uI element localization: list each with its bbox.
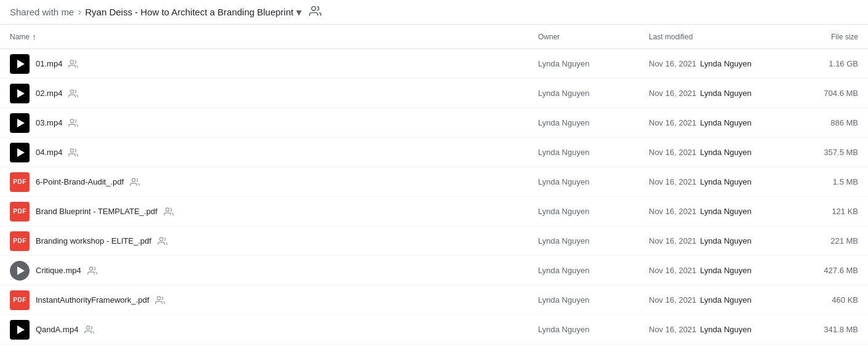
table-row[interactable]: PDF Brand Blueprint - TEMPLATE_.pdf Lynd…: [0, 197, 868, 226]
shared-icon: [164, 207, 174, 217]
modified-date: Nov 16, 2021: [649, 118, 696, 127]
file-size: 221 MB: [797, 236, 858, 245]
modified-date: Nov 16, 2021: [649, 89, 696, 98]
file-name-cell: PDF 6-Point-Brand-Audit_.pdf: [10, 172, 538, 192]
video-file-icon: [10, 54, 30, 74]
modified-date: Nov 16, 2021: [649, 59, 696, 68]
pdf-file-icon: PDF: [10, 172, 30, 192]
table-row[interactable]: QandA.mp4 Lynda Nguyen Nov 16, 2021 Lynd…: [0, 315, 868, 345]
shared-icon: [68, 89, 78, 98]
shared-icon: [68, 118, 78, 128]
file-owner: Lynda Nguyen: [538, 325, 649, 334]
file-modified: Nov 16, 2021 Lynda Nguyen: [649, 266, 797, 275]
modified-date: Nov 16, 2021: [649, 177, 696, 186]
file-owner: Lynda Nguyen: [538, 89, 649, 98]
breadcrumb-current: Ryan Deiss - How to Architect a Branding…: [85, 6, 302, 19]
file-size: 886 MB: [797, 118, 858, 127]
file-name: 01.mp4: [36, 59, 62, 68]
shared-icon: [155, 295, 165, 305]
file-name: InstantAuthorityFramework_.pdf: [36, 295, 149, 305]
table-header: Name ↑ Owner Last modified File size: [0, 25, 868, 49]
shared-icon: [87, 266, 97, 276]
shared-icon: [68, 148, 78, 158]
modified-date: Nov 16, 2021: [649, 236, 696, 245]
modified-by: Lynda Nguyen: [700, 118, 751, 127]
svg-point-9: [158, 297, 161, 300]
file-size: 1.5 MB: [797, 177, 858, 186]
breadcrumb-current-label[interactable]: Ryan Deiss - How to Architect a Branding…: [85, 7, 294, 17]
modified-date: Nov 16, 2021: [649, 207, 696, 216]
file-owner: Lynda Nguyen: [538, 295, 649, 305]
file-modified: Nov 16, 2021 Lynda Nguyen: [649, 325, 797, 334]
file-owner: Lynda Nguyen: [538, 118, 649, 127]
table-row[interactable]: PDF Branding workshop - ELITE_.pdf Lynda…: [0, 226, 868, 256]
file-name-cell: Critique.mp4: [10, 261, 538, 281]
file-owner: Lynda Nguyen: [538, 266, 649, 275]
pdf-file-icon: PDF: [10, 202, 30, 221]
modified-by: Lynda Nguyen: [700, 89, 751, 98]
shared-icon: [130, 177, 140, 187]
modified-date: Nov 16, 2021: [649, 148, 696, 157]
file-modified: Nov 16, 2021 Lynda Nguyen: [649, 59, 797, 68]
file-modified: Nov 16, 2021 Lynda Nguyen: [649, 236, 797, 245]
modified-date: Nov 16, 2021: [649, 266, 696, 275]
breadcrumb: Shared with me › Ryan Deiss - How to Arc…: [0, 0, 868, 25]
file-name-cell: 01.mp4: [10, 54, 538, 74]
file-owner: Lynda Nguyen: [538, 59, 649, 68]
file-name-cell: PDF InstantAuthorityFramework_.pdf: [10, 290, 538, 310]
table-row[interactable]: 04.mp4 Lynda Nguyen Nov 16, 2021 Lynda N…: [0, 138, 868, 167]
table-row[interactable]: 03.mp4 Lynda Nguyen Nov 16, 2021 Lynda N…: [0, 108, 868, 138]
table-row[interactable]: Critique.mp4 Lynda Nguyen Nov 16, 2021 L…: [0, 256, 868, 285]
chevron-down-icon[interactable]: ▾: [296, 6, 302, 19]
file-size: 1.16 GB: [797, 59, 858, 68]
pdf-file-icon: PDF: [10, 231, 30, 251]
file-name: 6-Point-Brand-Audit_.pdf: [36, 177, 124, 186]
file-modified: Nov 16, 2021 Lynda Nguyen: [649, 207, 797, 216]
column-modified: Last modified: [649, 33, 797, 41]
table-row[interactable]: PDF InstantAuthorityFramework_.pdf Lynda…: [0, 285, 868, 315]
file-owner: Lynda Nguyen: [538, 177, 649, 186]
column-owner: Owner: [538, 33, 649, 41]
file-size: 704.6 MB: [797, 89, 858, 98]
file-name: 04.mp4: [36, 148, 62, 157]
modified-by: Lynda Nguyen: [700, 177, 751, 186]
table-row[interactable]: 02.mp4 Lynda Nguyen Nov 16, 2021 Lynda N…: [0, 79, 868, 108]
file-modified: Nov 16, 2021 Lynda Nguyen: [649, 118, 797, 127]
svg-point-3: [71, 119, 74, 122]
video-file-icon: [10, 261, 30, 281]
file-name-cell: 03.mp4: [10, 113, 538, 133]
video-file-icon: [10, 84, 30, 103]
modified-date: Nov 16, 2021: [649, 295, 696, 305]
video-file-icon: [10, 320, 30, 340]
svg-point-4: [71, 149, 74, 152]
svg-point-5: [132, 178, 135, 181]
column-name[interactable]: Name ↑: [10, 32, 538, 42]
shared-people-icon[interactable]: [309, 5, 321, 19]
modified-date: Nov 16, 2021: [649, 325, 696, 334]
shared-icon: [158, 236, 167, 246]
svg-point-6: [166, 208, 169, 211]
modified-by: Lynda Nguyen: [700, 148, 751, 157]
svg-point-2: [71, 90, 74, 93]
svg-point-10: [87, 326, 90, 329]
modified-by: Lynda Nguyen: [700, 236, 751, 245]
breadcrumb-parent[interactable]: Shared with me: [10, 7, 74, 17]
file-size: 427.6 MB: [797, 266, 858, 275]
modified-by: Lynda Nguyen: [700, 295, 751, 305]
file-name: 03.mp4: [36, 118, 62, 127]
svg-point-7: [159, 237, 163, 241]
file-name-cell: 04.mp4: [10, 143, 538, 162]
video-file-icon: [10, 113, 30, 133]
file-name: Critique.mp4: [36, 266, 81, 275]
file-name-cell: 02.mp4: [10, 84, 538, 103]
file-size: 121 KB: [797, 207, 858, 216]
table-row[interactable]: PDF 6-Point-Brand-Audit_.pdf Lynda Nguye…: [0, 167, 868, 197]
shared-icon: [68, 59, 78, 69]
file-list: 01.mp4 Lynda Nguyen Nov 16, 2021 Lynda N…: [0, 49, 868, 345]
file-modified: Nov 16, 2021 Lynda Nguyen: [649, 89, 797, 98]
video-file-icon: [10, 143, 30, 162]
file-owner: Lynda Nguyen: [538, 148, 649, 157]
file-name-cell: PDF Brand Blueprint - TEMPLATE_.pdf: [10, 202, 538, 221]
table-row[interactable]: 01.mp4 Lynda Nguyen Nov 16, 2021 Lynda N…: [0, 49, 868, 79]
modified-by: Lynda Nguyen: [700, 59, 751, 68]
